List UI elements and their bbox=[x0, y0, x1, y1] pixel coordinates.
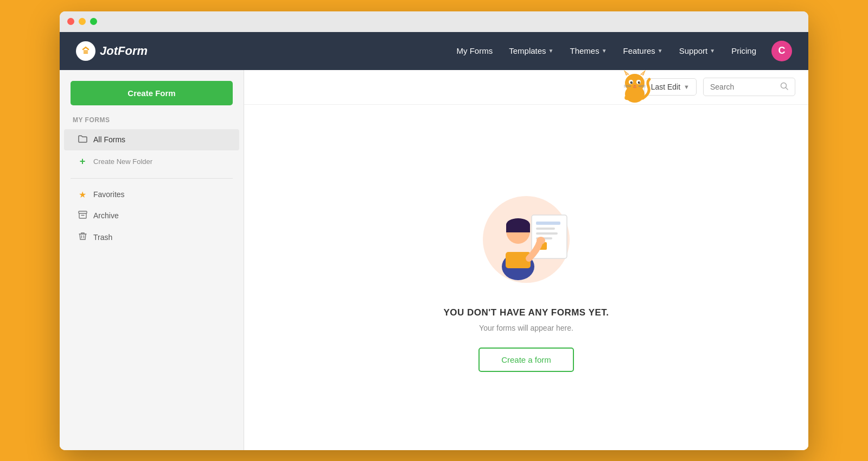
empty-state: YOU DON'T HAVE ANY FORMS YET. Your forms… bbox=[244, 105, 808, 450]
svg-point-10 bbox=[630, 81, 633, 83]
search-input[interactable] bbox=[710, 83, 776, 91]
search-icon bbox=[780, 82, 788, 92]
trash-label: Trash bbox=[93, 233, 112, 242]
close-dot[interactable] bbox=[67, 18, 74, 25]
svg-point-12 bbox=[631, 81, 633, 83]
sidebar-item-trash[interactable]: Trash bbox=[64, 226, 239, 248]
title-bar bbox=[60, 11, 808, 32]
svg-line-18 bbox=[639, 86, 646, 87]
minimize-dot[interactable] bbox=[79, 18, 86, 25]
empty-subtitle: Your forms will appear here. bbox=[479, 324, 573, 332]
sidebar-item-archive[interactable]: Archive bbox=[64, 205, 239, 226]
svg-line-21 bbox=[786, 87, 788, 90]
mascot-illustration bbox=[613, 66, 656, 113]
avatar[interactable]: C bbox=[771, 41, 792, 61]
support-arrow-icon: ▼ bbox=[710, 48, 715, 54]
main-layout: Create Form MY FORMS All Forms + Create … bbox=[60, 70, 808, 450]
sidebar-divider bbox=[71, 178, 233, 179]
nav-templates[interactable]: Templates ▼ bbox=[502, 42, 560, 60]
navbar: JotForm My Forms Templates ▼ Themes ▼ Fe… bbox=[60, 32, 808, 70]
svg-rect-32 bbox=[506, 225, 530, 232]
sort-arrow-icon: ▼ bbox=[684, 84, 690, 90]
nav-features[interactable]: Features ▼ bbox=[617, 42, 669, 60]
logo: JotForm bbox=[76, 41, 450, 61]
create-folder-label: Create New Folder bbox=[93, 157, 152, 166]
all-forms-label: All Forms bbox=[93, 135, 125, 144]
themes-arrow-icon: ▼ bbox=[602, 48, 607, 54]
folder-icon bbox=[77, 135, 88, 145]
svg-rect-24 bbox=[536, 222, 560, 225]
add-folder-icon: + bbox=[77, 156, 88, 167]
sidebar-item-favorites[interactable]: ★ Favorites bbox=[64, 184, 239, 205]
archive-label: Archive bbox=[93, 211, 119, 220]
maximize-dot[interactable] bbox=[90, 18, 97, 25]
content-header: Last Edit ▼ bbox=[244, 70, 808, 105]
sidebar-section-label: MY FORMS bbox=[60, 116, 244, 129]
star-icon: ★ bbox=[77, 190, 88, 200]
logo-text: JotForm bbox=[100, 44, 148, 58]
svg-rect-26 bbox=[536, 232, 558, 235]
svg-rect-25 bbox=[536, 228, 555, 230]
sidebar-item-all-forms[interactable]: All Forms bbox=[64, 129, 239, 150]
features-arrow-icon: ▼ bbox=[658, 48, 663, 54]
empty-title: YOU DON'T HAVE ANY FORMS YET. bbox=[443, 307, 609, 318]
favorites-label: Favorites bbox=[93, 190, 125, 199]
nav-my-forms[interactable]: My Forms bbox=[450, 42, 500, 60]
sidebar: Create Form MY FORMS All Forms + Create … bbox=[60, 70, 244, 450]
empty-illustration bbox=[472, 182, 580, 291]
svg-point-13 bbox=[639, 81, 640, 83]
create-form-link-button[interactable]: Create a form bbox=[478, 348, 574, 372]
templates-arrow-icon: ▼ bbox=[548, 48, 554, 54]
nav-support[interactable]: Support ▼ bbox=[673, 42, 722, 60]
nav-links: My Forms Templates ▼ Themes ▼ Features ▼… bbox=[450, 42, 763, 60]
svg-rect-1 bbox=[79, 211, 87, 213]
browser-window: JotForm My Forms Templates ▼ Themes ▼ Fe… bbox=[60, 11, 808, 450]
sidebar-item-create-folder[interactable]: + Create New Folder bbox=[64, 150, 239, 173]
svg-line-16 bbox=[624, 86, 631, 87]
svg-point-14 bbox=[634, 85, 636, 86]
svg-point-3 bbox=[625, 74, 644, 92]
nav-themes[interactable]: Themes ▼ bbox=[563, 42, 613, 60]
content-area: Last Edit ▼ bbox=[244, 70, 808, 450]
trash-icon bbox=[77, 232, 88, 243]
svg-point-11 bbox=[638, 81, 640, 83]
search-box bbox=[703, 78, 795, 96]
svg-point-34 bbox=[537, 237, 545, 244]
create-form-button[interactable]: Create Form bbox=[71, 81, 233, 105]
archive-icon bbox=[77, 211, 88, 221]
logo-icon bbox=[76, 41, 95, 61]
nav-pricing[interactable]: Pricing bbox=[725, 42, 763, 60]
